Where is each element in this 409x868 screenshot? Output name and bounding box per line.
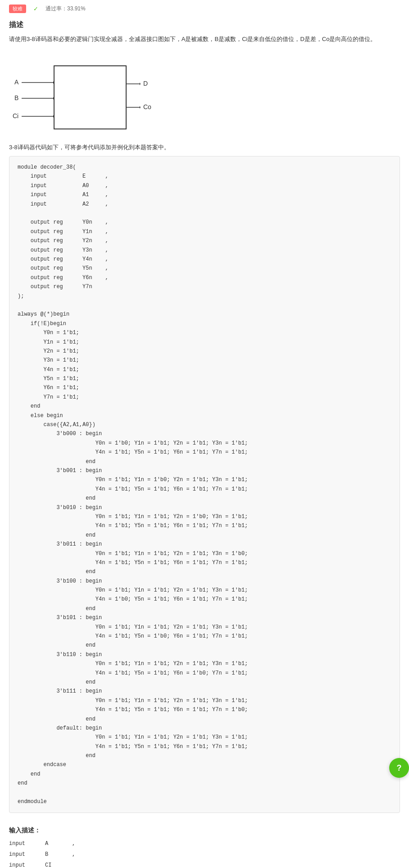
- input-comma-ci: [72, 860, 90, 868]
- svg-text:B: B: [14, 94, 18, 101]
- svg-marker-10: [140, 106, 141, 109]
- input-row-a: input A ,: [9, 838, 400, 849]
- circuit-diagram: A B Ci D Co: [9, 53, 400, 134]
- input-section: 输入描述： input A , input B , input CI: [9, 827, 400, 868]
- svg-marker-8: [140, 83, 141, 85]
- svg-rect-0: [54, 66, 126, 129]
- diagram-svg: A B Ci D Co: [9, 53, 180, 134]
- input-type-ci: input: [9, 860, 45, 868]
- input-comma-b: ,: [72, 849, 90, 860]
- input-title: 输入描述：: [9, 827, 400, 835]
- input-name-b: B: [45, 849, 72, 860]
- check-icon: ✓: [33, 5, 38, 12]
- svg-text:D: D: [143, 80, 148, 87]
- difficulty-badge: 较难: [9, 5, 26, 13]
- code-intro: 3-8译码器代码如下，可将参考代码添加并例化到本题答案中。: [9, 143, 400, 152]
- pass-rate: 通过率：33.91%: [45, 5, 86, 13]
- input-row-b: input B ,: [9, 849, 400, 860]
- input-comma-a: ,: [72, 838, 90, 849]
- input-type-a: input: [9, 838, 45, 849]
- header-row: 较难 ✓ 通过率：33.91%: [9, 5, 400, 13]
- code-block: module decoder_38( input E , input A0 , …: [9, 156, 400, 813]
- input-name-ci: CI: [45, 860, 72, 868]
- svg-text:Ci: Ci: [13, 112, 18, 119]
- svg-text:Co: Co: [143, 103, 151, 110]
- input-name-a: A: [45, 838, 72, 849]
- input-table: input A , input B , input CI: [9, 838, 400, 868]
- input-type-b: input: [9, 849, 45, 860]
- description-text: 请使用3-8译码器和必要的逻辑门实现全减器，全减器接口图如下，A是被减数，B是减…: [9, 34, 400, 44]
- input-row-ci: input CI: [9, 860, 400, 868]
- help-button[interactable]: ?: [389, 758, 409, 778]
- section-title: 描述: [9, 20, 400, 30]
- svg-text:A: A: [14, 78, 19, 86]
